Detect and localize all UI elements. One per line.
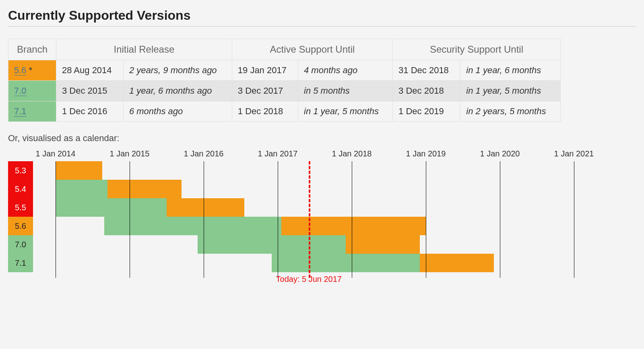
year-label: 1 Jan 2021 [554,149,594,158]
year-label: 1 Jan 2019 [406,149,446,158]
branch-link[interactable]: 7.1 [14,106,27,117]
year-gridline [130,161,130,278]
year-label: 1 Jan 2018 [332,149,372,158]
table-row: 7.03 Dec 20151 year, 6 months ago3 Dec 2… [8,81,561,101]
date-cell: 3 Dec 2017 [232,81,298,101]
col-branch: Branch [8,39,56,60]
date-cell: 1 Dec 2018 [232,101,298,122]
date-cell: 3 Dec 2018 [393,81,460,101]
year-gridline [352,161,352,278]
relative-cell: in 5 months [298,81,393,101]
divider [8,26,636,27]
support-bar [167,198,244,217]
support-bar [346,235,420,254]
relative-cell: 1 year, 6 months ago [123,81,232,101]
support-bar [281,217,426,235]
year-gridline [500,161,500,278]
year-label: 1 Jan 2014 [36,149,76,158]
relative-cell: 6 months ago [123,101,232,122]
branch-row-label: 7.0 [8,235,33,254]
year-gridline [56,161,56,278]
branch-row-label: 7.1 [8,254,33,272]
year-gridline [574,161,574,278]
support-bar [107,180,182,198]
branch-link[interactable]: 7.0 [14,86,27,96]
support-bar [56,161,102,180]
branch-row-label: 5.5 [8,198,33,217]
support-bar [420,254,494,272]
relative-cell: in 2 years, 5 months [460,101,560,122]
col-active: Active Support Until [232,39,392,60]
support-bar [56,198,167,217]
date-cell: 1 Dec 2019 [393,101,460,122]
relative-cell: in 1 year, 6 months [460,60,560,81]
year-label: 1 Jan 2016 [184,149,224,158]
branch-row-label: 5.4 [8,180,33,198]
branch-cell: 7.1 [8,101,56,122]
support-bar [104,217,281,235]
date-cell: 1 Dec 2016 [56,101,124,122]
date-cell: 3 Dec 2015 [56,81,124,101]
relative-cell: 4 months ago [298,60,393,81]
chart-caption: Or, visualised as a calendar: [8,133,636,144]
date-cell: 19 Jan 2017 [232,60,298,81]
support-bar [198,235,346,254]
branch-row-label: 5.3 [8,161,33,180]
col-security: Security Support Until [393,39,561,60]
support-bar [56,180,107,198]
table-row: 5.6 *28 Aug 20142 years, 9 months ago19 … [8,60,561,81]
year-gridline [426,161,426,278]
versions-table: Branch Initial Release Active Support Un… [8,39,561,122]
relative-cell: in 1 year, 5 months [460,81,560,101]
year-label: 1 Jan 2017 [258,149,298,158]
support-timeline-chart: 1 Jan 20141 Jan 20151 Jan 20161 Jan 2017… [8,149,628,286]
year-gridline [278,161,278,278]
branch-cell: 5.6 * [8,60,56,81]
date-cell: 28 Aug 2014 [56,60,124,81]
col-initial: Initial Release [56,39,232,60]
relative-cell: 2 years, 9 months ago [123,60,232,81]
table-row: 7.11 Dec 20166 months ago1 Dec 2018in 1 … [8,101,561,122]
date-cell: 31 Dec 2018 [393,60,460,81]
today-line [309,161,310,278]
relative-cell: in 1 year, 5 months [298,101,393,122]
branch-cell: 7.0 [8,81,56,101]
branch-row-label: 5.6 [8,217,33,235]
year-gridline [204,161,204,278]
support-bar [272,254,420,272]
branch-link[interactable]: 5.6 [14,65,27,76]
page-title: Currently Supported Versions [8,8,636,23]
year-label: 1 Jan 2020 [480,149,520,158]
year-label: 1 Jan 2015 [110,149,150,158]
